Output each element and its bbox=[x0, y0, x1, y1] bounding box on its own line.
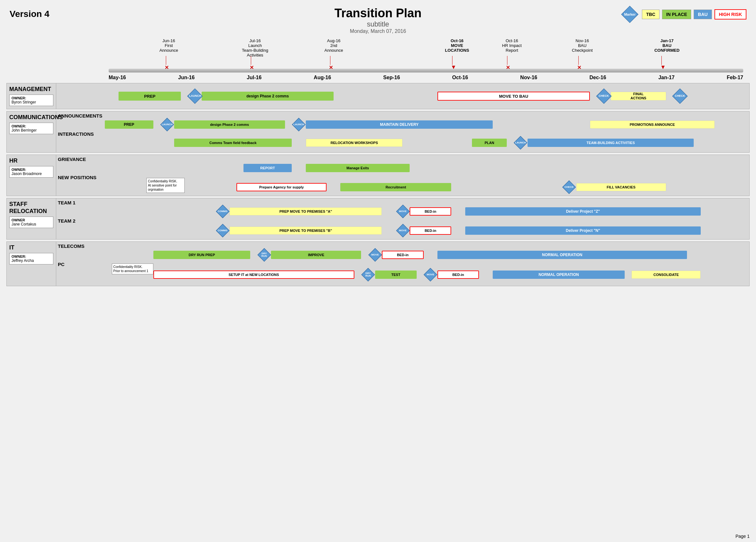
management-owner-label: OWNER: bbox=[12, 96, 51, 100]
mgmt-diamond-check2: CHECK bbox=[675, 91, 685, 102]
it-bar-normal-op1: NORMAL OPERATION bbox=[437, 251, 687, 259]
hr-section: HR OWNER: Jason Broadmore GRIEVANCE REPO… bbox=[6, 155, 750, 196]
marker-x-3: ✕ bbox=[329, 65, 333, 71]
hr-owner-label: OWNER: bbox=[12, 168, 51, 172]
milestone-line-3 bbox=[330, 56, 330, 65]
it-diamond-move1: MOVE bbox=[368, 251, 382, 259]
marker-arrow-1: ▼ bbox=[451, 64, 457, 71]
management-title: MANAGEMENT bbox=[9, 86, 53, 93]
month-nov16: Nov-16 bbox=[520, 75, 537, 81]
it-owner-label: OWNER: bbox=[12, 255, 51, 259]
legend-inplace: IN PLACE bbox=[662, 10, 691, 19]
staff-relocation-section: STAFFRELOCATION OWNER Jane Cortakus TEAM… bbox=[6, 198, 750, 240]
staff-relocation-title: STAFFRELOCATION bbox=[9, 201, 53, 215]
sr-bar-prep-b: PREP MOVE TO PREMISES "B" bbox=[229, 227, 382, 235]
hr-gantt: GRIEVANCE REPORT Manage Exits NEW POSITI… bbox=[56, 155, 749, 196]
telecoms-label: TELECOMS bbox=[58, 244, 84, 249]
hr-bar-fill-vacancies: FILL VACANCIES bbox=[576, 183, 666, 191]
it-bar-setup: SETUP IT at NEW LOCATIONS bbox=[153, 271, 354, 279]
hr-bar-recruitment: Recruitment bbox=[340, 183, 451, 191]
hr-owner-name: Jason Broadmore bbox=[12, 172, 51, 176]
team2-label: TEAM 2 bbox=[58, 218, 75, 224]
marker-arrow-2: ▼ bbox=[660, 64, 666, 71]
milestone-jul16: Jul-16LaunchTeam-BuildingActivities bbox=[242, 38, 268, 58]
sr-bar-bedin2: BED-in bbox=[410, 227, 451, 235]
milestone-line-2 bbox=[251, 56, 251, 65]
it-owner-name: Jeffrey Archa bbox=[12, 259, 51, 263]
timeline-months: May-16 Jun-16 Jul-16 Aug-16 Sep-16 Oct-1… bbox=[109, 74, 743, 81]
staff-relocation-label: STAFFRELOCATION OWNER Jane Cortakus bbox=[7, 198, 56, 239]
marker-x-2: ✕ bbox=[250, 65, 254, 71]
team1-label: TEAM 1 bbox=[58, 200, 75, 205]
sr-diamond-move2: MOVE bbox=[396, 227, 410, 235]
hr-diamond-check: CHECK bbox=[563, 183, 575, 191]
it-diamond-dryrun2: DRYRUN bbox=[361, 271, 375, 279]
sr-bar-deliver-z: Deliver Project "Z" bbox=[465, 207, 701, 216]
hr-label: HR OWNER: Jason Broadmore bbox=[7, 155, 56, 196]
milestone-aug16: Aug-162ndAnnounce bbox=[324, 38, 343, 53]
comms-diamond-launch2: LAUNCH bbox=[293, 120, 305, 129]
it-gantt: TELECOMS DRY RUN PREP DRYRUN IMPROVE MOV… bbox=[56, 242, 749, 286]
month-may16: May-16 bbox=[109, 75, 126, 81]
sr-diamond-comms1: COMMS bbox=[216, 207, 230, 216]
comms-bar-promotions: PROMOTIONS ANNOUNCE bbox=[590, 120, 714, 129]
month-feb17: Feb-17 bbox=[727, 75, 743, 81]
month-sep16: Sep-16 bbox=[383, 75, 400, 81]
it-bar-normal-op2: NORMAL OPERATION bbox=[493, 271, 624, 279]
sr-diamond-comms2: COMMS bbox=[216, 227, 230, 235]
communications-owner-name: John Berringer bbox=[12, 128, 51, 133]
communications-owner-label: OWNER: bbox=[12, 124, 51, 128]
marker-x-5: ✕ bbox=[577, 65, 581, 71]
sr-bar-deliver-n: Deliver Project "N" bbox=[465, 227, 701, 235]
mgmt-diamond-launch: LAUNCH bbox=[189, 91, 200, 102]
pc-label: PC bbox=[58, 262, 65, 267]
milestone-jun16: Jun-16FirstAnnounce bbox=[159, 38, 178, 53]
it-title: IT bbox=[9, 244, 53, 251]
timeline-bar bbox=[109, 69, 743, 73]
comms-bar-relocation: RELOCATION WORKSHOPS bbox=[306, 139, 403, 147]
interactions-label: INTERACTIONS bbox=[58, 131, 94, 137]
version-label: Version 4 bbox=[10, 9, 50, 19]
milestone-line-4 bbox=[452, 56, 452, 65]
mgmt-bar-movetobau: MOVE TO BAU bbox=[437, 92, 590, 101]
comms-bar-prep: PREP bbox=[105, 120, 153, 129]
comms-diamond-launch1: LAUNCH bbox=[161, 120, 173, 129]
sr-bar-bedin1: BED-in bbox=[410, 207, 451, 216]
it-diamond-move2: MOVE bbox=[423, 271, 437, 279]
milestone-line-7 bbox=[661, 56, 662, 65]
hr-bar-prepare-agency: Prepare Agency for supply bbox=[236, 183, 327, 191]
date-label: Monday, March 07, 2016 bbox=[3, 28, 753, 34]
milestone-jan17: Jan-17BAUCONFIRMED bbox=[654, 38, 680, 53]
hr-bar-report: REPORT bbox=[243, 164, 292, 172]
sr-bar-prep-a: PREP MOVE TO PREMISES "A" bbox=[229, 207, 382, 216]
milestone-oct16-hr: Oct-16HR ImpactReport bbox=[502, 38, 521, 53]
comms-bar-field-feedback: Comms Team field feedback bbox=[174, 139, 292, 147]
it-bar-consolidate: CONSOLIDATE bbox=[631, 271, 701, 279]
month-oct16: Oct-16 bbox=[452, 75, 468, 81]
legend-tbc: TBC bbox=[642, 10, 660, 19]
comms-diamond-launch-int: LAUNCH bbox=[515, 139, 526, 147]
comms-bar-maintain: MAINTAIN DELIVERY bbox=[306, 120, 493, 129]
management-owner-box: OWNER: Byron Stringer bbox=[9, 95, 53, 106]
it-bar-bedin2: BED-in bbox=[437, 271, 479, 279]
communications-section: COMMUNICATIONS OWNER: John Berringer ANN… bbox=[6, 111, 750, 153]
comms-bar-plan: PLAN bbox=[472, 139, 506, 147]
milestone-line-6 bbox=[578, 56, 579, 65]
mgmt-bar-prep: PREP bbox=[119, 92, 181, 101]
marker-x-1: ✕ bbox=[165, 65, 169, 71]
staff-relocation-owner-label: OWNER bbox=[12, 218, 51, 222]
communications-owner-box: OWNER: John Berringer bbox=[9, 123, 53, 134]
hr-bar-manage-exits: Manage Exits bbox=[306, 164, 410, 172]
milestone-oct16-move: Oct-16MOVELOCATIONS bbox=[445, 38, 469, 53]
hr-owner-box: OWNER: Jason Broadmore bbox=[9, 166, 53, 178]
page-number: Page 1 bbox=[736, 534, 750, 539]
comms-bar-teambuilding: TEAM-BUILDING ACTIVITIES bbox=[528, 139, 694, 147]
month-dec16: Dec-16 bbox=[590, 75, 606, 81]
page: Version 4 Transition Plan subtitle Monda… bbox=[0, 0, 756, 542]
grievance-label: GRIEVANCE bbox=[58, 157, 86, 162]
month-jan17: Jan-17 bbox=[658, 75, 675, 81]
legend-marker: Marker bbox=[620, 6, 639, 22]
hr-title: HR bbox=[9, 158, 53, 164]
legend-bau: BAU bbox=[694, 10, 712, 19]
it-annotation: Confidentiality RISK.Prior to announceme… bbox=[112, 264, 153, 274]
